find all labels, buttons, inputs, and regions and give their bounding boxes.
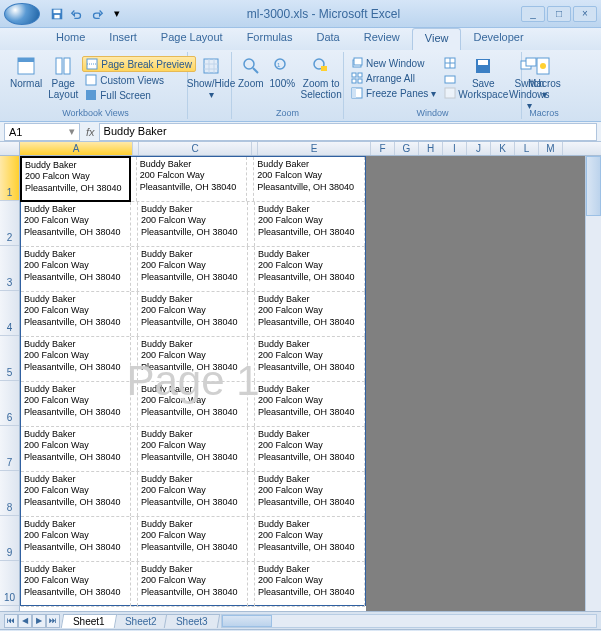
qat-dropdown-icon[interactable]: ▾ bbox=[108, 5, 126, 23]
split-button[interactable] bbox=[441, 56, 459, 70]
cell[interactable]: Buddy Baker200 Falcon WayPleasantville, … bbox=[255, 202, 365, 246]
tab-home[interactable]: Home bbox=[44, 28, 97, 50]
save-icon[interactable] bbox=[48, 5, 66, 23]
cell[interactable]: Buddy Baker200 Falcon WayPleasantville, … bbox=[254, 157, 365, 201]
full-screen-button[interactable]: Full Screen bbox=[82, 88, 196, 102]
tab-insert[interactable]: Insert bbox=[97, 28, 149, 50]
cell[interactable] bbox=[131, 472, 138, 516]
cell[interactable]: Buddy Baker200 Falcon WayPleasantville, … bbox=[21, 202, 131, 246]
cell[interactable]: Buddy Baker200 Falcon WayPleasantville, … bbox=[138, 247, 248, 291]
restore-button[interactable]: □ bbox=[547, 6, 571, 22]
row-2[interactable]: 2 bbox=[0, 201, 19, 246]
cell[interactable]: Buddy Baker200 Falcon WayPleasantville, … bbox=[255, 562, 365, 606]
page-break-preview-button[interactable]: Page Break Preview bbox=[82, 56, 196, 72]
cell[interactable] bbox=[131, 427, 138, 471]
tab-nav-last[interactable]: ⏭ bbox=[46, 614, 60, 628]
cell[interactable] bbox=[248, 517, 255, 561]
cells-grid[interactable]: Page 1 Buddy Baker200 Falcon WayPleasant… bbox=[20, 156, 366, 611]
cell[interactable]: Buddy Baker200 Falcon WayPleasantville, … bbox=[21, 427, 131, 471]
cell[interactable]: Buddy Baker200 Falcon WayPleasantville, … bbox=[138, 202, 248, 246]
select-all-corner[interactable] bbox=[0, 142, 20, 155]
tab-view[interactable]: View bbox=[412, 28, 462, 50]
cell[interactable]: Buddy Baker200 Falcon WayPleasantville, … bbox=[255, 427, 365, 471]
cell[interactable]: Buddy Baker200 Falcon WayPleasantville, … bbox=[138, 337, 248, 381]
minimize-button[interactable]: _ bbox=[521, 6, 545, 22]
close-button[interactable]: × bbox=[573, 6, 597, 22]
hide-button[interactable] bbox=[441, 71, 459, 85]
cell[interactable]: Buddy Baker200 Falcon WayPleasantville, … bbox=[138, 562, 248, 606]
fx-icon[interactable]: fx bbox=[86, 126, 95, 138]
cell[interactable]: Buddy Baker200 Falcon WayPleasantville, … bbox=[21, 337, 131, 381]
row-9[interactable]: 9 bbox=[0, 516, 19, 561]
cell[interactable]: Buddy Baker200 Falcon WayPleasantville, … bbox=[21, 247, 131, 291]
cell[interactable]: Buddy Baker200 Falcon WayPleasantville, … bbox=[138, 472, 248, 516]
cell[interactable]: Buddy Baker200 Falcon WayPleasantville, … bbox=[21, 382, 131, 426]
row-7[interactable]: 7 bbox=[0, 426, 19, 471]
row-6[interactable]: 6 bbox=[0, 381, 19, 426]
tab-nav-prev[interactable]: ◀ bbox=[18, 614, 32, 628]
cell[interactable] bbox=[131, 202, 138, 246]
cell[interactable] bbox=[248, 292, 255, 336]
cell[interactable]: Buddy Baker200 Falcon WayPleasantville, … bbox=[137, 157, 248, 201]
cell[interactable] bbox=[248, 472, 255, 516]
sheet-tab-3[interactable]: Sheet3 bbox=[164, 614, 220, 628]
cell[interactable]: Buddy Baker200 Falcon WayPleasantville, … bbox=[138, 517, 248, 561]
cell[interactable] bbox=[248, 562, 255, 606]
cell[interactable]: Buddy Baker200 Falcon WayPleasantville, … bbox=[21, 562, 131, 606]
cell[interactable] bbox=[248, 427, 255, 471]
redo-icon[interactable] bbox=[88, 5, 106, 23]
sheet-tab-2[interactable]: Sheet2 bbox=[112, 614, 168, 628]
formula-input[interactable]: Buddy Baker bbox=[99, 123, 597, 141]
col-E[interactable]: E bbox=[258, 142, 371, 155]
tab-review[interactable]: Review bbox=[352, 28, 412, 50]
cell[interactable] bbox=[247, 157, 254, 201]
col-I[interactable]: I bbox=[443, 142, 467, 155]
col-M[interactable]: M bbox=[539, 142, 563, 155]
tab-developer[interactable]: Developer bbox=[461, 28, 535, 50]
cell[interactable]: Buddy Baker200 Falcon WayPleasantville, … bbox=[20, 156, 131, 202]
cell[interactable]: Buddy Baker200 Falcon WayPleasantville, … bbox=[138, 292, 248, 336]
cell[interactable]: Buddy Baker200 Falcon WayPleasantville, … bbox=[21, 472, 131, 516]
cell[interactable]: Buddy Baker200 Falcon WayPleasantville, … bbox=[255, 337, 365, 381]
row-8[interactable]: 8 bbox=[0, 471, 19, 516]
custom-views-button[interactable]: Custom Views bbox=[82, 73, 196, 87]
col-J[interactable]: J bbox=[467, 142, 491, 155]
vertical-scrollbar[interactable] bbox=[585, 156, 601, 611]
cell[interactable]: Buddy Baker200 Falcon WayPleasantville, … bbox=[21, 292, 131, 336]
tab-data[interactable]: Data bbox=[304, 28, 351, 50]
undo-icon[interactable] bbox=[68, 5, 86, 23]
col-G[interactable]: G bbox=[395, 142, 419, 155]
row-5[interactable]: 5 bbox=[0, 336, 19, 381]
cell[interactable] bbox=[131, 382, 138, 426]
col-A[interactable]: A bbox=[20, 142, 133, 155]
name-box[interactable]: A1▾ bbox=[4, 123, 80, 141]
col-K[interactable]: K bbox=[491, 142, 515, 155]
cell[interactable]: Buddy Baker200 Falcon WayPleasantville, … bbox=[255, 517, 365, 561]
cell[interactable]: Buddy Baker200 Falcon WayPleasantville, … bbox=[255, 292, 365, 336]
cell[interactable]: Buddy Baker200 Falcon WayPleasantville, … bbox=[138, 427, 248, 471]
row-4[interactable]: 4 bbox=[0, 291, 19, 336]
sheet-tab-1[interactable]: Sheet1 bbox=[61, 614, 117, 628]
col-F[interactable]: F bbox=[371, 142, 395, 155]
cell[interactable] bbox=[248, 202, 255, 246]
unhide-button[interactable] bbox=[441, 86, 459, 100]
cell[interactable] bbox=[248, 247, 255, 291]
tab-nav-first[interactable]: ⏮ bbox=[4, 614, 18, 628]
tab-nav-next[interactable]: ▶ bbox=[32, 614, 46, 628]
cell[interactable] bbox=[248, 337, 255, 381]
new-window-button[interactable]: New Window bbox=[348, 56, 439, 70]
col-C[interactable]: C bbox=[139, 142, 252, 155]
cell[interactable] bbox=[131, 247, 138, 291]
arrange-all-button[interactable]: Arrange All bbox=[348, 71, 439, 85]
row-3[interactable]: 3 bbox=[0, 246, 19, 291]
office-button[interactable] bbox=[4, 3, 40, 25]
freeze-panes-button[interactable]: Freeze Panes ▾ bbox=[348, 86, 439, 100]
cell[interactable]: Buddy Baker200 Falcon WayPleasantville, … bbox=[255, 382, 365, 426]
cell[interactable] bbox=[131, 562, 138, 606]
cell[interactable]: Buddy Baker200 Falcon WayPleasantville, … bbox=[255, 247, 365, 291]
row-1[interactable]: 1 bbox=[0, 156, 19, 201]
cell[interactable] bbox=[131, 292, 138, 336]
cell[interactable]: Buddy Baker200 Falcon WayPleasantville, … bbox=[21, 517, 131, 561]
tab-page-layout[interactable]: Page Layout bbox=[149, 28, 235, 50]
cell[interactable]: Buddy Baker200 Falcon WayPleasantville, … bbox=[138, 382, 248, 426]
